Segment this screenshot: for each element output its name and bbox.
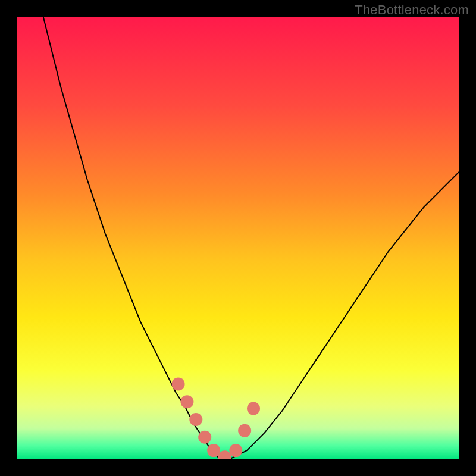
- highlight-dot: [238, 424, 251, 437]
- highlight-dot: [180, 395, 193, 408]
- highlight-dot: [247, 402, 260, 415]
- chart-background: [17, 17, 459, 459]
- highlight-dot: [229, 444, 242, 457]
- highlight-dot: [198, 431, 211, 444]
- highlight-dot: [207, 444, 220, 457]
- highlight-dot: [172, 378, 185, 391]
- chart-frame: TheBottleneck.com: [0, 0, 476, 476]
- bottleneck-chart: [17, 17, 459, 459]
- highlight-dot: [189, 413, 202, 426]
- watermark-text: TheBottleneck.com: [355, 2, 469, 18]
